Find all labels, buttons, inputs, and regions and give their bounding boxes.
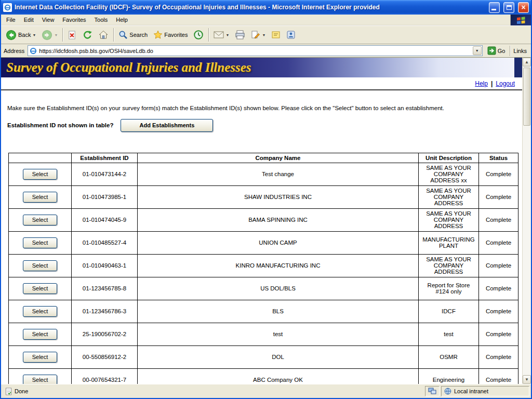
company-name-cell: KINRO MANUFACTURING INC (138, 254, 419, 277)
unit-description-cell: SAME AS YOUR COMPANY ADDRESS xx (419, 163, 479, 185)
select-button[interactable]: Select (23, 329, 57, 340)
menu-help[interactable]: Help (112, 16, 132, 24)
establishment-id-cell: 01-010490463-1 (72, 254, 138, 277)
table-row: Select00-550856912-2DOLOSMRComplete (9, 345, 518, 368)
back-button[interactable]: Back ▼ (3, 27, 38, 43)
forward-dropdown-arrow[interactable]: ▼ (54, 33, 58, 37)
table-row: Select01-010474045-9BAMA SPINNING INCSAM… (9, 208, 518, 231)
back-dropdown-arrow[interactable]: ▼ (32, 33, 36, 37)
status-message-pane: Done (3, 386, 423, 396)
address-label: Address (4, 48, 24, 54)
intranet-globe-icon (444, 388, 451, 395)
menu-file[interactable]: File (2, 16, 20, 24)
logout-link[interactable]: Logout (496, 80, 515, 87)
establishment-id-cell: 01-123456785-8 (72, 277, 138, 300)
add-establishments-row: Establishment ID not shown in table? Add… (7, 119, 522, 132)
discuss-icon (271, 30, 281, 39)
help-link[interactable]: Help (475, 80, 488, 87)
vertical-scrollbar[interactable]: ▲ ▼ (522, 58, 531, 384)
status-cell: Complete (479, 323, 518, 345)
home-button[interactable] (96, 27, 111, 43)
refresh-button[interactable] (79, 27, 95, 43)
scrollbar-track[interactable] (523, 66, 531, 375)
links-button[interactable]: Links (513, 48, 528, 54)
status-bar: Done Local intranet (1, 384, 531, 398)
menu-favorites[interactable]: Favorites (58, 16, 90, 24)
network-icon (428, 388, 436, 395)
messenger-icon (286, 30, 296, 39)
select-button[interactable]: Select (23, 352, 57, 363)
page: Survey of Occupational Injuries and Illn… (1, 58, 522, 384)
edit-dropdown-arrow[interactable]: ▼ (262, 33, 265, 37)
messenger-button[interactable] (284, 27, 298, 43)
not-in-table-label: Establishment ID not shown in table? (7, 122, 113, 128)
close-button[interactable]: × (518, 2, 529, 13)
ie-page-icon (30, 47, 37, 55)
stop-button[interactable] (65, 27, 79, 43)
favorites-button[interactable]: Favorites (151, 27, 190, 43)
table-row: Select01-010485527-4UNION CAMPMANUFACTUR… (9, 231, 518, 254)
table-row: Select01-010473144-2Test changeSAME AS Y… (9, 163, 518, 185)
select-button[interactable]: Select (23, 306, 57, 317)
browser-viewport: Survey of Occupational Injuries and Illn… (1, 58, 531, 384)
select-button[interactable]: Select (23, 260, 57, 271)
select-cell: Select (9, 163, 72, 185)
go-icon (487, 46, 496, 55)
discuss-button[interactable] (269, 27, 283, 43)
browser-window: Internet Data Collection Facility (IDCF)… (0, 0, 532, 399)
establishment-id-cell: 25-190056702-2 (72, 323, 138, 345)
link-divider: | (491, 80, 493, 87)
scroll-up-button[interactable]: ▲ (523, 58, 531, 66)
table-row: Select01-010473985-1SHAW INDUSTRIES INCS… (9, 185, 518, 208)
go-button[interactable]: Go (486, 46, 507, 56)
minimize-button[interactable] (489, 2, 500, 13)
history-button[interactable] (191, 27, 206, 43)
security-zone-pane: Local intranet (441, 386, 529, 396)
edit-button[interactable]: ▼ (248, 27, 268, 43)
scrollbar-thumb[interactable] (523, 68, 530, 126)
status-cell: Complete (479, 368, 518, 384)
mail-button[interactable]: ▼ (211, 27, 232, 43)
ie-app-icon (3, 3, 12, 12)
company-name-cell: DOL (138, 345, 419, 368)
add-establishments-button[interactable]: Add Establishments (121, 119, 213, 132)
select-button[interactable]: Select (23, 192, 57, 203)
establishments-table: Establishment ID Company Name Unit Descr… (8, 153, 518, 384)
header-company-name: Company Name (138, 153, 419, 163)
unit-description-cell: SAME AS YOUR COMPANY ADDRESS (419, 185, 479, 208)
mail-icon (214, 31, 224, 39)
home-icon (98, 30, 109, 40)
establishment-id-cell: 01-010473985-1 (72, 185, 138, 208)
status-cell: Complete (479, 208, 518, 231)
select-button[interactable]: Select (23, 169, 57, 180)
establishment-id-cell: 01-010474045-9 (72, 208, 138, 231)
select-cell: Select (9, 208, 72, 231)
unit-description-cell: SAME AS YOUR COMPANY ADDRESS (419, 254, 479, 277)
menu-tools[interactable]: Tools (90, 16, 112, 24)
menu-edit[interactable]: Edit (20, 16, 38, 24)
unit-description-cell: test (419, 323, 479, 345)
unit-description-cell: IDCF (419, 300, 479, 323)
select-button[interactable]: Select (23, 375, 57, 384)
select-button[interactable]: Select (23, 283, 57, 294)
header-unit-description: Unit Description (419, 153, 479, 163)
forward-button[interactable]: ▼ (39, 27, 60, 43)
search-button[interactable]: Search (116, 27, 150, 43)
menu-view[interactable]: View (38, 16, 59, 24)
mail-dropdown-arrow[interactable]: ▼ (225, 33, 229, 37)
toolbar-separator (62, 28, 63, 42)
print-button[interactable] (232, 27, 248, 43)
status-text: Done (15, 388, 28, 394)
address-input[interactable]: https://idcfdosh.psb.bls.gov/OSH/saveLdb… (28, 45, 482, 56)
maximize-button[interactable] (503, 2, 514, 13)
establishment-id-cell: 01-123456786-3 (72, 300, 138, 323)
status-cell: Complete (479, 277, 518, 300)
select-button[interactable]: Select (23, 237, 57, 248)
scroll-down-button[interactable]: ▼ (523, 375, 531, 384)
select-cell: Select (9, 185, 72, 208)
window-title: Internet Data Collection Facility (IDCF)… (15, 4, 485, 11)
company-name-cell: Test change (138, 163, 419, 185)
select-button[interactable]: Select (23, 215, 57, 225)
address-dropdown-button[interactable]: ▼ (473, 46, 482, 55)
establishment-id-cell: 01-010473144-2 (72, 163, 138, 185)
